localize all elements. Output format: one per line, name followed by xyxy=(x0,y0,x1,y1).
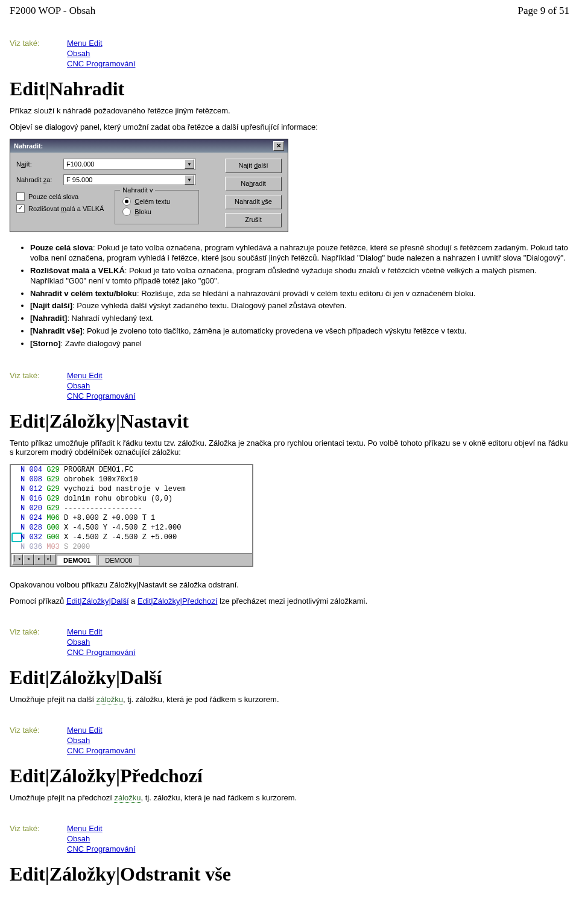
whole-words-label: Pouze celá slova xyxy=(28,193,78,200)
replace-input[interactable]: F 95.000 ▼ xyxy=(63,174,196,185)
find-next-button[interactable]: Najít další xyxy=(225,159,282,173)
link-menu-edit[interactable]: Menu Edit xyxy=(67,824,135,833)
editor-line: N 024 M06 D +8.000 Z +0.000 T 1 xyxy=(11,513,252,523)
replace-input-value: F 95.000 xyxy=(66,176,92,183)
match-case-label: Rozlišovat malá a VELKÁ xyxy=(28,205,104,212)
radio-block[interactable]: Bloku xyxy=(122,207,191,216)
link-obsah[interactable]: Obsah xyxy=(67,49,135,58)
see-also-label: Viz také: xyxy=(10,39,67,69)
chevron-down-icon[interactable]: ▼ xyxy=(185,159,194,169)
radio-icon xyxy=(122,197,131,206)
tab-last-button[interactable]: ▸▏ xyxy=(45,554,55,565)
link-cnc-programovani[interactable]: CNC Programování xyxy=(67,844,135,853)
link-zalozku[interactable]: záložku xyxy=(114,793,141,803)
heading-edit-nahradit: Edit|Nahradit xyxy=(10,78,569,100)
see-also-3: Viz také: Menu Edit Obsah CNC Programová… xyxy=(10,627,569,658)
link-cnc-programovani[interactable]: CNC Programování xyxy=(67,59,135,68)
editor-line: N 004 G29 PROGRAM DEMO1.FC xyxy=(11,465,252,475)
chevron-down-icon[interactable]: ▼ xyxy=(185,175,194,185)
link-cnc-programovani[interactable]: CNC Programování xyxy=(67,391,135,400)
editor-line: N 016 G29 dolnim rohu obrobku (0,0) xyxy=(11,494,252,504)
editor-line: N 008 G29 obrobek 100x70x10 xyxy=(11,475,252,484)
editor-line: N 036 M03 S 2000 xyxy=(11,542,252,552)
sec1-afterdialog: Objeví se dialogový panel, který umožní … xyxy=(10,122,569,131)
dialog-title: Nahradit: xyxy=(14,142,43,150)
editor-line: N 020 G29 ------------------ xyxy=(11,504,252,513)
heading-zalozky-predchozi: Edit|Záložky|Předchozí xyxy=(10,765,569,787)
editor-line: N 032 G00 X -4.500 Z -4.500 Z +5.000 xyxy=(11,533,252,542)
sec1-bullets: Pouze celá slova: Pokud je tato volba oz… xyxy=(30,243,569,349)
radio-whole-text[interactable]: Celém textu xyxy=(122,197,191,206)
tab-prev-button[interactable]: ◂ xyxy=(23,554,34,565)
replace-dialog: Nahradit: ✕ Najít další Nahradit Nahradi… xyxy=(10,139,288,232)
checkbox-icon xyxy=(16,192,25,201)
replace-scope-group: Nahradit v Celém textu Bloku xyxy=(115,190,199,224)
heading-zalozky-dalsi: Edit|Záložky|Další xyxy=(10,666,569,689)
link-zalozky-dalsi[interactable]: Edit|Záložky|Další xyxy=(66,596,129,606)
link-menu-edit[interactable]: Menu Edit xyxy=(67,371,135,380)
link-cnc-programovani[interactable]: CNC Programování xyxy=(67,746,135,755)
see-also-4: Viz také: Menu Edit Obsah CNC Programová… xyxy=(10,726,569,756)
link-zalozky-predchozi[interactable]: Edit|Záložky|Předchozí xyxy=(138,596,217,606)
find-label: Najít: xyxy=(16,160,63,168)
replace-label: Nahradit za: xyxy=(16,176,63,183)
replace-button[interactable]: Nahradit xyxy=(225,177,282,191)
sec2-intro: Tento příkaz umožňuje přiřadit k řádku t… xyxy=(10,438,569,457)
sec4-text: Umožňuje přejít na předchozí záložku, tj… xyxy=(10,793,569,802)
replace-all-button[interactable]: Nahradit vše xyxy=(225,195,282,209)
find-input[interactable]: F100.000 ▼ xyxy=(63,159,196,169)
close-icon[interactable]: ✕ xyxy=(273,141,284,151)
cancel-button[interactable]: Zrušit xyxy=(225,213,282,227)
tab-next-button[interactable]: ▸ xyxy=(34,554,45,565)
sec1-intro: Příkaz slouží k náhradě požadovaného řet… xyxy=(10,106,569,115)
match-case-checkbox[interactable]: ✓ Rozlišovat malá a VELKÁ xyxy=(16,204,104,213)
tab-demo08[interactable]: DEMO08 xyxy=(98,555,139,565)
editor-tabstrip: ▏◂ ◂ ▸ ▸▏ DEMO01 DEMO08 xyxy=(11,553,252,566)
link-cnc-programovani[interactable]: CNC Programování xyxy=(67,648,135,657)
link-menu-edit[interactable]: Menu Edit xyxy=(67,39,135,48)
page-header-left: F2000 WOP - Obsah xyxy=(10,5,95,17)
heading-zalozky-nastavit: Edit|Záložky|Nastavit xyxy=(10,410,569,432)
editor-line: N 012 G29 vychozi bod nastroje v levem xyxy=(11,484,252,494)
sec2-nav: Pomocí příkazů Edit|Záložky|Další a Edit… xyxy=(10,596,569,606)
link-menu-edit[interactable]: Menu Edit xyxy=(67,627,135,636)
see-also-1: Viz také: Menu Edit Obsah CNC Programová… xyxy=(10,39,569,69)
sec3-text: Umožňuje přejít na další záložku, tj. zá… xyxy=(10,695,569,704)
code-editor: N 004 G29 PROGRAM DEMO1.FCN 008 G29 obro… xyxy=(10,464,253,567)
link-menu-edit[interactable]: Menu Edit xyxy=(67,726,135,735)
radio-icon xyxy=(122,207,131,216)
heading-zalozky-odstranit-vse: Edit|Záložky|Odstranit vše xyxy=(10,863,569,885)
whole-words-checkbox[interactable]: Pouze celá slova xyxy=(16,192,104,201)
page-header-right: Page 9 of 51 xyxy=(518,5,569,17)
link-obsah[interactable]: Obsah xyxy=(67,736,135,745)
link-obsah[interactable]: Obsah xyxy=(67,834,135,843)
tab-first-button[interactable]: ▏◂ xyxy=(12,554,23,565)
link-zalozku[interactable]: záložku xyxy=(96,695,123,704)
tab-demo01[interactable]: DEMO01 xyxy=(57,555,97,565)
link-obsah[interactable]: Obsah xyxy=(67,638,135,647)
sec2-after: Opakovanou volbou příkazu Záložky|Nastav… xyxy=(10,580,569,589)
editor-line: N 028 G00 X -4.500 Y -4.500 Z +12.000 xyxy=(11,523,252,533)
see-also-2: Viz také: Menu Edit Obsah CNC Programová… xyxy=(10,371,569,402)
link-obsah[interactable]: Obsah xyxy=(67,381,135,390)
find-input-value: F100.000 xyxy=(66,160,94,168)
checkbox-icon: ✓ xyxy=(16,204,25,213)
see-also-5: Viz také: Menu Edit Obsah CNC Programová… xyxy=(10,824,569,855)
group-title: Nahradit v xyxy=(120,186,155,194)
